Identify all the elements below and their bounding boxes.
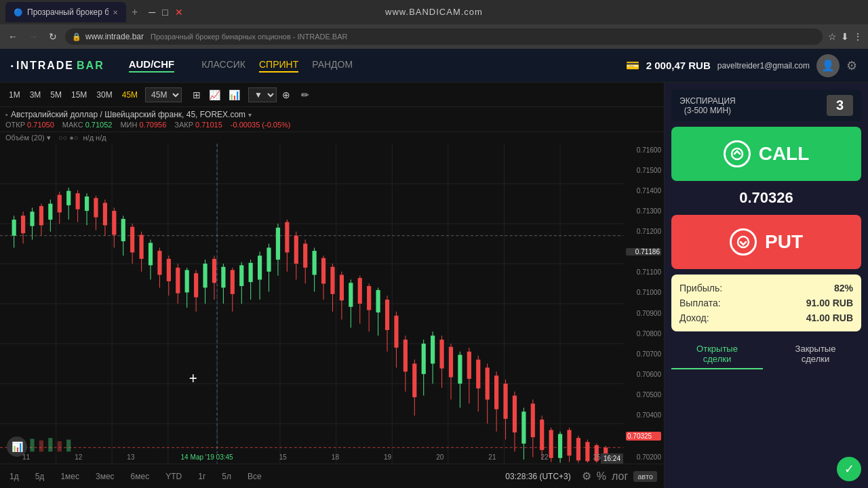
put-icon (730, 228, 757, 256)
period-5y[interactable]: 5л (219, 470, 234, 483)
url-bar[interactable]: 🔒 www.intrade.bar Прозрачный брокер бина… (65, 28, 823, 45)
income-label: Доход: (679, 312, 709, 323)
put-button[interactable]: PUT (671, 215, 861, 269)
svg-rect-85 (294, 236, 298, 264)
svg-rect-113 (422, 344, 426, 374)
percent-icon[interactable]: % (597, 470, 606, 483)
expiry-value[interactable]: 3 (827, 95, 853, 116)
menu-button[interactable]: ⋮ (853, 31, 863, 42)
time-label-13: 13 (127, 453, 134, 461)
new-tab-button[interactable]: + (132, 6, 138, 18)
timeframe-3m[interactable]: 3М (26, 89, 45, 101)
svg-rect-62 (194, 273, 198, 297)
svg-rect-129 (494, 375, 498, 409)
svg-rect-42 (103, 203, 107, 225)
crosshair-price: 0.71186 (626, 248, 661, 256)
user-email: paveltreider1@gmail.com (717, 61, 810, 70)
auto-badge[interactable]: авто (633, 471, 657, 482)
window-maximize-button[interactable]: □ (162, 7, 167, 18)
timeframe-15m[interactable]: 15М (68, 89, 90, 101)
svg-rect-139 (540, 420, 544, 450)
period-1d[interactable]: 1д (7, 470, 22, 483)
chart-title-arrow: ▾ (248, 111, 252, 119)
chart-canvas[interactable]: + (0, 144, 664, 464)
settings-icon[interactable]: ⚙ (846, 58, 857, 73)
time-label-14: 14 Мар '19 03:45 (180, 453, 235, 461)
trade-tabs: Открытыесделки Закрытыесделки (671, 340, 861, 369)
svg-rect-38 (85, 197, 89, 211)
back-button[interactable]: ← (5, 28, 20, 45)
download-button[interactable]: ⬇ (841, 31, 849, 42)
period-1mo[interactable]: 1мес (58, 470, 82, 483)
log-icon[interactable]: лог (612, 470, 628, 483)
volume-dropdown[interactable]: ▾ (47, 134, 51, 142)
price-tick-7: 0.71000 (626, 289, 661, 296)
timeframe-1m[interactable]: 1М (5, 89, 24, 101)
browser-tab[interactable]: 🔵 Прозрачный брокер б... ✕ (5, 2, 126, 22)
svg-text:+: + (189, 369, 197, 388)
chart-info-bar: ▪ Австралийский доллар / Швейцарский фра… (0, 107, 664, 132)
ohlc-high: МАКС 0.71052 (62, 121, 113, 129)
svg-rect-123 (467, 352, 471, 379)
period-3mo[interactable]: 3мес (93, 470, 117, 483)
call-button[interactable]: CALL (671, 127, 861, 181)
svg-rect-60 (185, 270, 189, 292)
svg-rect-121 (458, 355, 462, 384)
svg-rect-125 (476, 360, 480, 388)
add-indicator-button[interactable]: ⊕ (279, 88, 293, 102)
payout-value: 91.00 RUB (806, 298, 853, 308)
price-tick-14: 0.70200 (626, 453, 661, 461)
bookmark-button[interactable]: ☆ (828, 31, 837, 42)
indicator-select[interactable]: ▼ (248, 87, 277, 102)
main-content: 1М 3М 5М 15М 30М 45М 45М ⊞ 📈 📊 ▼ ⊕ ✏ (0, 83, 868, 488)
profit-row: Прибыль: 82% (679, 283, 853, 293)
svg-rect-111 (412, 364, 416, 398)
period-all[interactable]: Все (245, 470, 264, 483)
window-close-button[interactable]: ✕ (175, 7, 183, 18)
timeframe-5m[interactable]: 5М (47, 89, 65, 101)
reload-button[interactable]: ↻ (46, 28, 60, 45)
header-right: 💳 2 000,47 RUB paveltreider1@gmail.com 👤… (626, 54, 857, 77)
svg-rect-46 (121, 219, 125, 241)
ohlc-low: МИН 0.70956 (120, 121, 166, 129)
chart-type-bar[interactable]: 📊 (226, 88, 243, 102)
period-ytd[interactable]: YTD (163, 470, 184, 483)
url-text: www.intrade.bar (85, 32, 144, 41)
price-tick-4: 0.71300 (626, 207, 661, 215)
svg-rect-119 (449, 347, 453, 378)
n-d-label: н/д н/д (83, 134, 106, 142)
nav-random[interactable]: РАНДОМ (312, 59, 353, 73)
logo-text: INTRADE (16, 60, 74, 72)
svg-rect-105 (385, 300, 389, 330)
timeframe-45m[interactable]: 45М (119, 89, 141, 101)
chart-bottom-icons: ⚙ % лог авто (582, 470, 657, 483)
success-icon[interactable]: ✓ (837, 457, 861, 481)
time-label-21: 21 (488, 453, 496, 461)
window-minimize-button[interactable]: ─ (149, 7, 155, 18)
period-6mo[interactable]: 6мес (128, 470, 153, 483)
tab-close-button[interactable]: ✕ (113, 9, 118, 16)
price-tick-6: 0.71100 (626, 268, 661, 276)
tab-favicon: 🔵 (14, 8, 23, 17)
settings-icon-chart[interactable]: ⚙ (582, 470, 591, 483)
period-5d[interactable]: 5д (33, 470, 47, 483)
chart-type-candle[interactable]: ⊞ (190, 88, 203, 102)
currency-pair[interactable]: AUD/CHF (129, 58, 175, 73)
timeframe-30m[interactable]: 30М (93, 89, 115, 101)
browser-action-buttons: ☆ ⬇ ⋮ (828, 31, 863, 42)
closed-trades-tab[interactable]: Закрытыесделки (770, 340, 861, 369)
nav-classic[interactable]: КЛАССИК (201, 59, 245, 73)
ohlc-open: ОТКР 0.71050 (5, 121, 54, 129)
drawing-tools-button[interactable]: ✏ (298, 88, 312, 102)
timeframe-select[interactable]: 45М (145, 87, 182, 102)
balance-amount: 2 000,47 RUB (646, 60, 711, 71)
app-logo: ▪ INTRADE BAR (11, 60, 104, 72)
period-1y[interactable]: 1г (195, 470, 208, 483)
closed-trades-label: Закрытыесделки (795, 344, 836, 364)
nav-sprint[interactable]: СПРИНТ (259, 59, 298, 73)
window-controls: ─ □ ✕ (149, 7, 182, 18)
user-avatar[interactable]: 👤 (816, 54, 840, 77)
open-trades-tab[interactable]: Открытыесделки (671, 340, 763, 369)
forward-button[interactable]: → (26, 28, 41, 45)
chart-type-line[interactable]: 📈 (206, 88, 223, 102)
